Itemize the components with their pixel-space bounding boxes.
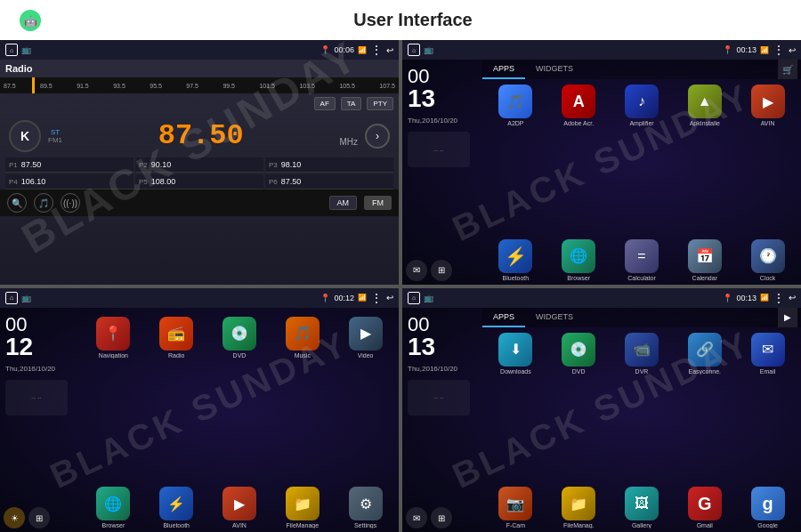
browser1-icon: 🌐 [562, 239, 595, 273]
fm-button[interactable]: FM [364, 196, 392, 210]
am-button[interactable]: AM [329, 196, 358, 210]
app-browser1[interactable]: 🌐 Browser [549, 239, 609, 281]
next-btn[interactable]: › [365, 124, 390, 149]
pty-button[interactable]: PTY [367, 97, 393, 110]
home-home-btn[interactable]: ⌂ [5, 292, 18, 304]
tab-apps-1[interactable]: APPS [482, 60, 525, 79]
radio-bottom: 🔍 🎵 ((·)) AM FM [0, 189, 399, 216]
app-avin1[interactable]: ▶ AVIN [738, 85, 797, 234]
app-video[interactable]: ▶ Video [336, 317, 395, 482]
preset-2[interactable]: P2 90.10 [135, 157, 263, 173]
clock-time-2: 00 13 [408, 315, 477, 359]
apps1-home-btn[interactable]: ⌂ [408, 44, 420, 56]
app-google[interactable]: g Google [738, 487, 797, 528]
app-avin2[interactable]: ▶ AVIN [210, 487, 270, 528]
clock-sidebar-2: 00 13 Thu,2016/10/20 -- -- ✉ ⊞ [402, 308, 482, 533]
apps-area-1: APPS WIDGETS 🛒 🎵 A2DP A Adobe Acr. [482, 60, 801, 285]
preset-6[interactable]: P6 87.50 [265, 174, 393, 189]
apps2-status-bar: ⌂ 📺 📍 00:13 📶 ⋮ ↩ [402, 288, 801, 308]
app-calendar[interactable]: 📅 Calendar [675, 239, 734, 281]
app-gmail[interactable]: G Gmail [675, 487, 734, 528]
app-fcam[interactable]: 📷 F-Cam [486, 487, 546, 528]
radio-time: 00:06 [334, 45, 354, 54]
apps1-more[interactable]: ⋮ [773, 43, 785, 57]
gmail-icon: G [688, 487, 722, 520]
radio-panel: BLACK SUNDAY ⌂ 📺 📍 00:06 📶 ⋮ ↩ Radio 87.… [0, 40, 399, 285]
app-adobe[interactable]: A Adobe Acr. [549, 85, 609, 234]
app-music[interactable]: 🎵 Music [272, 317, 332, 482]
home-btn[interactable]: ⌂ [5, 44, 18, 56]
grid-icon-2[interactable]: ⊞ [431, 507, 452, 528]
app-filemanager2[interactable]: 📁 FileManag. [549, 487, 609, 528]
preset-1[interactable]: P1 87.50 [5, 157, 134, 173]
app-calculator[interactable]: = Calculator [612, 239, 672, 281]
af-button[interactable]: AF [314, 97, 336, 110]
apps-tabs-2: APPS WIDGETS ▶ [482, 308, 801, 327]
k-circle: K [9, 120, 41, 152]
app-icons-row1: 🎵 A2DP A Adobe Acr. ♪ Amplifier ▲ ApkIns… [482, 79, 801, 239]
tab-widgets-1[interactable]: WIDGETS [525, 60, 584, 79]
mail-icon-1[interactable]: ✉ [406, 260, 427, 281]
apps2-row2: 📷 F-Cam 📁 FileManag. 🖼 Gallery G Gmail [482, 487, 801, 532]
home-signal: 📶 [358, 294, 367, 302]
app-dvr[interactable]: 📹 DVR [612, 333, 672, 482]
apps2-home-btn[interactable]: ⌂ [408, 292, 420, 304]
more-icon[interactable]: ⋮ [370, 43, 383, 57]
app-clock[interactable]: 🕐 Clock [738, 239, 797, 281]
home-time: 00:12 [334, 294, 354, 302]
presets-grid: P1 87.50 P2 90.10 P3 98.10 P4 106.10 P5 … [0, 157, 399, 189]
apps1-gps-icon: 📍 [723, 45, 732, 54]
mail-icon-2[interactable]: ✉ [406, 507, 427, 528]
bluetooth2-icon: ⚡ [159, 487, 193, 520]
search-circle[interactable]: 🔍 [7, 193, 27, 213]
app-settings[interactable]: ⚙ Settings [336, 487, 395, 528]
downloads-icon: ⬇ [498, 333, 532, 367]
home-more[interactable]: ⋮ [370, 291, 383, 305]
app-easyconnect[interactable]: 🔗 Easyconne. [675, 333, 734, 482]
back-icon[interactable]: ↩ [386, 45, 393, 55]
home-back[interactable]: ↩ [386, 293, 393, 302]
preset-4[interactable]: P4 106.10 [5, 174, 134, 189]
tab-apps-2[interactable]: APPS [482, 308, 525, 327]
app-amplifier[interactable]: ♪ Amplifier [612, 85, 672, 234]
app-a2dp[interactable]: 🎵 A2DP [486, 85, 546, 234]
audio-circle[interactable]: 🎵 [34, 193, 53, 213]
ta-button[interactable]: TA [341, 97, 362, 110]
apps1-back[interactable]: ↩ [789, 45, 796, 55]
bottom-icons-2: ✉ ⊞ [406, 507, 452, 528]
sun-icon-home[interactable]: ☀ [4, 507, 25, 528]
app-browser2[interactable]: 🌐 Browser [84, 487, 143, 528]
scan-circle[interactable]: ((·)) [61, 193, 80, 213]
radio-icon: 📻 [159, 317, 193, 351]
avin1-icon: ▶ [751, 85, 785, 118]
apps1-signal: 📶 [760, 46, 769, 54]
app-dvd2[interactable]: 💿 DVD [549, 333, 609, 482]
store-icon-2[interactable]: ▶ [778, 308, 797, 327]
apps2-signal: 📶 [760, 294, 769, 302]
app-radio[interactable]: 📻 Radio [147, 317, 206, 482]
clock-sidebar-1: 00 13 Thu,2016/10/20 -- -- ✉ ⊞ [402, 60, 482, 285]
app-bluetooth1[interactable]: ⚡ Bluetooth [486, 239, 546, 281]
tab-widgets-2[interactable]: WIDGETS [525, 308, 584, 327]
app-apkinstaller[interactable]: ▲ ApkInstalle [675, 85, 734, 234]
app-email[interactable]: ✉ Email [738, 333, 797, 482]
settings-icon: ⚙ [349, 487, 383, 520]
home-screen-icon: 📺 [21, 294, 31, 302]
grid-icon-1[interactable]: ⊞ [431, 260, 452, 281]
preset-3[interactable]: P3 98.10 [265, 157, 393, 173]
freq-scale: 87.5 89.5 91.5 93.5 95.5 97.5 99.5 101.5… [4, 83, 395, 89]
app-dvd1[interactable]: 💿 DVD [210, 317, 270, 482]
preset-5[interactable]: P5 108.00 [135, 174, 263, 189]
apps2-more[interactable]: ⋮ [773, 291, 785, 305]
avin2-icon: ▶ [222, 487, 256, 520]
app-downloads[interactable]: ⬇ Downloads [486, 333, 546, 482]
svg-text:🤖: 🤖 [24, 14, 37, 28]
app-filemanager1[interactable]: 📁 FileManage [272, 487, 332, 528]
app-navigation[interactable]: 📍 Navigation [84, 317, 143, 482]
clock-date-1: Thu,2016/10/20 [408, 117, 477, 125]
grid-icon-home[interactable]: ⊞ [28, 507, 50, 528]
app-gallery[interactable]: 🖼 Gallery [612, 487, 672, 528]
app-bluetooth2[interactable]: ⚡ Bluetooth [147, 487, 206, 528]
store-icon-1[interactable]: 🛒 [778, 60, 797, 79]
apps2-back[interactable]: ↩ [789, 293, 796, 302]
